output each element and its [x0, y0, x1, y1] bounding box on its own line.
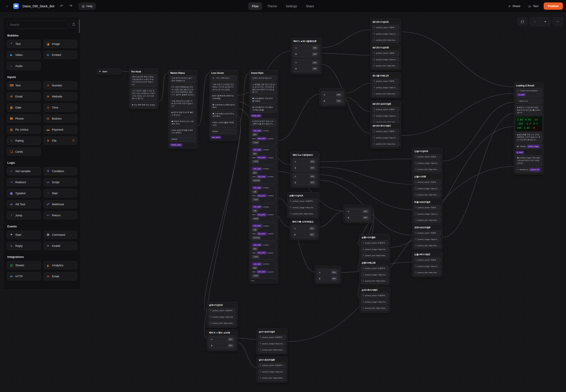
ab-option-row[interactable]: B50% [294, 66, 319, 71]
ab-option-row[interactable]: A50% [346, 209, 370, 214]
set-variable-block[interactable]: ✎product_link= https://www... [414, 218, 441, 223]
block-script[interactable]: ‹/›Script [44, 178, 77, 186]
text-bubble-block[interactable]: 그 종목을, 어떤 '방식'으로 잡고 싶으신가요? 가격대와 성향에 따라 전… [251, 82, 277, 95]
flow-node-cycA[interactable]: 순환+사이클A✎product_name= 대웅제약 ...✎product_i… [359, 234, 390, 260]
more-options-button[interactable]: ⋯ [553, 17, 563, 26]
flow-node-sunA[interactable]: 순환+가성비A✎product_name= 대웅제약 ...✎product_i… [287, 192, 319, 218]
condition-block[interactable]: user_stylecontains배당ANDuser_pricecontain… [251, 242, 277, 260]
block-email[interactable]: ✉Email [44, 272, 77, 280]
block-condition[interactable]: ∇Condition [44, 167, 77, 175]
ab-option-row[interactable]: A50% [293, 174, 317, 179]
set-variable-block[interactable]: ✎product_name= 대웅제약 ... [372, 107, 399, 112]
ab-test-block[interactable]: A50%B50% [292, 173, 318, 186]
ab-test-block[interactable]: A50%B50% [292, 225, 317, 238]
ab-test-block[interactable]: A50%B50% [293, 44, 320, 58]
button-item[interactable]: ■ 지난 대박 전략 보기 (Click) [131, 102, 157, 108]
set-variable-block[interactable]: ✎product_name= 대웅제약 ... [372, 129, 399, 134]
button-item[interactable]: ■ 애니멀/희토류 (대체/가성비/반려동) [211, 93, 237, 101]
text-bubble-block[interactable]: 사고 포인트: 남들 다 버는 장에서 나만 소외됐다는 FOMO 자극. 어제… [131, 88, 157, 101]
block-webhook[interactable]: ☍Webhook [44, 200, 77, 208]
set-variable-block[interactable]: ✎product_name= 대웅제약 ... [414, 154, 441, 160]
flow-node-actor1[interactable]: 액터 1. ■ 애니멀/희토류A50%B50%A50%B50% [291, 38, 322, 74]
flow-node-actor3[interactable]: 액터 3 ◆ 수자/부동산A50%B50% [290, 218, 319, 240]
set-variable-block[interactable]: ✎product_name= 대웅제약 ... [372, 25, 399, 30]
block-time[interactable]: ◷Time [44, 103, 77, 112]
ab-test-block[interactable]: A50%B50% [321, 91, 344, 105]
zoom-in-button[interactable]: + [540, 17, 550, 26]
block-number[interactable]: #Number [44, 81, 77, 89]
block-pic-choice[interactable]: ▧Pic choice [7, 126, 41, 134]
set-variable-block[interactable]: ✎product_name= 대웅제약 ... [414, 205, 441, 210]
text-bubble-block[interactable]: ■ [일간확률 규정 근거 요약] 관망하실 시간이 없습니다. 문서 기반 분… [516, 132, 542, 142]
ab-option-row[interactable]: A50% [294, 45, 319, 51]
button-item[interactable]: ◈ 5,000원까지 식사 (중가-가치점/고효율) [251, 105, 277, 112]
set-variable-block[interactable]: ✎product_link= https://www... [289, 211, 317, 217]
flow-node-ab3[interactable]: A50%B50% [315, 266, 341, 284]
text-bubble-block[interactable]: 아... 역시 그쪽이군요... [211, 76, 237, 81]
block-analytics[interactable]: ◭Analytics [44, 261, 77, 269]
condition-block[interactable]: user_stylecontains신중ANDuser_pricecontain… [251, 185, 277, 203]
text-bubble-block[interactable]: 그럼 지금 더 아쉬워진 주도 섹터는 '어디'에 남아있다고 보시는 겁니까?… [211, 82, 237, 92]
block-set-variable[interactable]: =Set variable [7, 167, 41, 175]
block-text[interactable]: ❝Text [7, 40, 41, 48]
set-variable-block[interactable]: ✎product_image= https://cd... [372, 135, 399, 140]
set-variable-block[interactable]: ✎product_name= 대웅제약 ... [361, 240, 388, 246]
set-variable-block[interactable]: ✎product_image= https://cd... [372, 57, 399, 62]
condition-block[interactable]: user_stylecontains배당ANDuser_pricecontain… [251, 261, 277, 279]
flow-node-cycC[interactable]: 순자+주가거래C✎product_name= 대웅제약 ...✎product_… [359, 287, 390, 313]
ab-option-row[interactable]: A50% [293, 226, 316, 231]
ab-option-row[interactable]: B50% [293, 232, 316, 237]
variables-button[interactable]: { } [517, 17, 527, 26]
set-variable-block[interactable]: ✎product_image= https://cd... [258, 369, 286, 375]
flow-node-haA[interactable]: 하율+프리미엄A✎product_name= 대웅제약 ...✎product_… [412, 199, 443, 225]
block-reply[interactable]: ↳Reply [7, 242, 41, 250]
set-variable-block[interactable]: ✎product_link= https://www... [209, 321, 236, 326]
undo-button[interactable]: ↶ [58, 2, 65, 10]
set-variable-block[interactable]: ✎product_image= https://cd... [372, 113, 399, 119]
block-email[interactable]: ✉Email [7, 92, 41, 100]
block-payment[interactable]: ▬Payment [44, 126, 77, 134]
block-date[interactable]: ▦Date [7, 103, 41, 112]
default-item[interactable]: Default [211, 129, 237, 134]
block-phone[interactable]: ☎Phone [7, 114, 41, 123]
flow-node-medB[interactable]: 메디치+가성비B✎product_name= 대웅제약 ...✎product_… [370, 44, 401, 70]
zoom-out-button[interactable]: - [530, 17, 540, 26]
text-bubble-block[interactable]: 지금 뭐 타시려구요? (늦기 전에 여쭤봅니다) [170, 76, 196, 83]
set-variable-block[interactable]: ✎product_image= https://cd... [209, 314, 236, 320]
flow-node-ab1[interactable]: A50%B50% [319, 88, 346, 107]
ab-test-block[interactable]: A50%B50% [293, 59, 320, 73]
block-return[interactable]: ↩Return [44, 211, 77, 219]
help-button[interactable]: ◎ Help [78, 3, 96, 10]
set-variable-block[interactable]: ✎product_link= https://www... [361, 253, 388, 258]
publish-button[interactable]: Publish [544, 2, 563, 10]
flow-node-medA[interactable]: 메디치+가성비A✎product_name= 대웅제약 ...✎product_… [370, 19, 401, 45]
button-item[interactable]: ◆ 직장인 투자자 (그저 그런 계좌 수익) [170, 119, 196, 127]
condition-block[interactable]: user_stylecontains공격ANDuser_pricecontain… [251, 128, 277, 146]
ab-option-row[interactable]: B50% [322, 98, 343, 104]
button-item[interactable]: ◆ 수자/부동산 (자산가치/소외/저평가) [211, 111, 237, 119]
set-variable-block[interactable]: ✎product_image= https://cd... [372, 85, 399, 90]
block-command[interactable]: ⌘Command [44, 231, 77, 239]
set-variable-block[interactable]: ✎product_link= https://www... [414, 243, 441, 248]
set-variable-block[interactable]: ✎product_image= https://cd... [258, 341, 286, 347]
block-sheets[interactable]: ▤Sheets [7, 261, 41, 269]
set-variable-block[interactable]: ✎product_link= https://www... [361, 279, 388, 284]
share-button[interactable]: ↗ Share [505, 3, 523, 10]
set-variable-block[interactable]: ✎product_name= 대웅제약 ... [209, 308, 236, 313]
set-variable-block[interactable]: ✎product_link= https://www... [258, 347, 286, 353]
flow-node-npA[interactable]: 남수+프리미엄A✎product_name= 대웅제약 ...✎product_… [256, 328, 287, 354]
set-variable-block[interactable]: ✎product_name= 대웅제약 ... [414, 230, 441, 236]
set-variable-block[interactable]: ✎product_image= https://cd... [414, 264, 441, 269]
ab-option-row[interactable]: B50% [209, 343, 235, 348]
set-variable-block[interactable]: ✎product_link= https://www... [372, 141, 399, 147]
ab-test-block[interactable]: A50%B50% [345, 208, 371, 221]
set-variable-block[interactable]: ✎product_name= 대웅제약 ... [414, 257, 441, 263]
set-variable-block[interactable]: ✎product_name= 대웅제약 ... [372, 51, 399, 56]
search-input[interactable] [7, 21, 68, 28]
flow-node-cycB[interactable]: 순환+카테고B✎product_name= 대웅제약 ...✎product_i… [359, 259, 390, 285]
flow-node-aniC[interactable]: 애니멀+카테고A✎product_name= 대웅제약 ...✎product_… [370, 72, 401, 98]
redirect-block[interactable]: ↪Redirect toproduct_link [516, 167, 542, 173]
block-start[interactable]: ⚑Start [7, 231, 41, 239]
block-wait[interactable]: ◔Wait [44, 189, 77, 197]
block-embed[interactable]: ⧉Embed [44, 51, 77, 59]
